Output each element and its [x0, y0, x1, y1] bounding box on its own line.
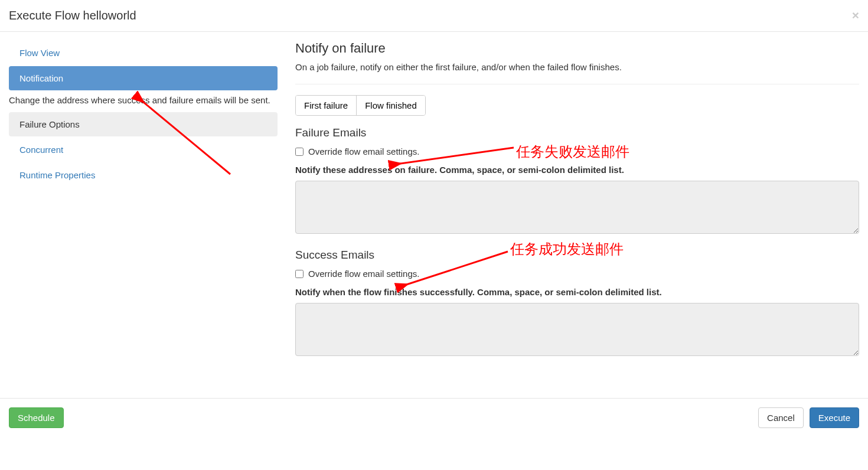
failure-override-checkbox[interactable]: [295, 148, 304, 156]
modal-body: Flow View Notification Change the addres…: [0, 32, 868, 398]
schedule-button[interactable]: Schedule: [9, 407, 64, 428]
tab-label: Runtime Properties: [19, 170, 95, 180]
main-panel: Notify on failure On a job failure, noti…: [295, 41, 859, 389]
tab-label: Concurrent: [19, 145, 63, 155]
modal-footer: Schedule Cancel Execute: [0, 398, 868, 437]
success-override-checkbox[interactable]: [295, 270, 304, 278]
failure-emails-heading: Failure Emails: [295, 126, 859, 139]
modal-title: Execute Flow helloworld: [9, 9, 859, 22]
tab-label: Notification: [19, 73, 63, 83]
notification-desc: Change the address where success and fai…: [9, 92, 278, 112]
footer-right: Cancel Execute: [758, 407, 859, 428]
cancel-button[interactable]: Cancel: [758, 407, 804, 428]
close-icon[interactable]: ×: [852, 9, 859, 21]
first-failure-button[interactable]: First failure: [296, 96, 357, 115]
tab-flow-view[interactable]: Flow View: [9, 41, 278, 65]
notify-on-failure-desc: On a job failure, notify on either the f…: [295, 62, 859, 72]
failure-list-label: Notify these addresses on failure. Comma…: [295, 165, 859, 175]
failure-emails-input[interactable]: [295, 181, 859, 234]
notify-on-failure-title: Notify on failure: [295, 41, 859, 56]
tab-list-cont: Failure Options Concurrent Runtime Prope…: [9, 112, 278, 187]
tab-label: Failure Options: [19, 119, 80, 129]
modal-header: Execute Flow helloworld ×: [0, 0, 868, 32]
sidebar: Flow View Notification Change the addres…: [9, 41, 278, 389]
divider: [295, 84, 859, 84]
tab-notification[interactable]: Notification: [9, 66, 278, 90]
tab-concurrent[interactable]: Concurrent: [9, 138, 278, 162]
execute-button[interactable]: Execute: [810, 407, 859, 428]
tab-failure-options[interactable]: Failure Options: [9, 112, 278, 136]
success-emails-input[interactable]: [295, 303, 859, 356]
failure-override-row: Override flow email settings.: [295, 146, 859, 156]
failure-toggle-group: First failure Flow finished: [295, 95, 426, 116]
success-override-label[interactable]: Override flow email settings.: [308, 269, 419, 279]
tab-label: Flow View: [19, 48, 60, 58]
success-override-row: Override flow email settings.: [295, 269, 859, 279]
flow-finished-button[interactable]: Flow finished: [357, 96, 425, 115]
success-emails-heading: Success Emails: [295, 249, 859, 262]
success-list-label: Notify when the flow finishes successful…: [295, 287, 859, 297]
failure-override-label[interactable]: Override flow email settings.: [308, 146, 419, 156]
tab-runtime-properties[interactable]: Runtime Properties: [9, 163, 278, 187]
tab-list: Flow View Notification: [9, 41, 278, 90]
